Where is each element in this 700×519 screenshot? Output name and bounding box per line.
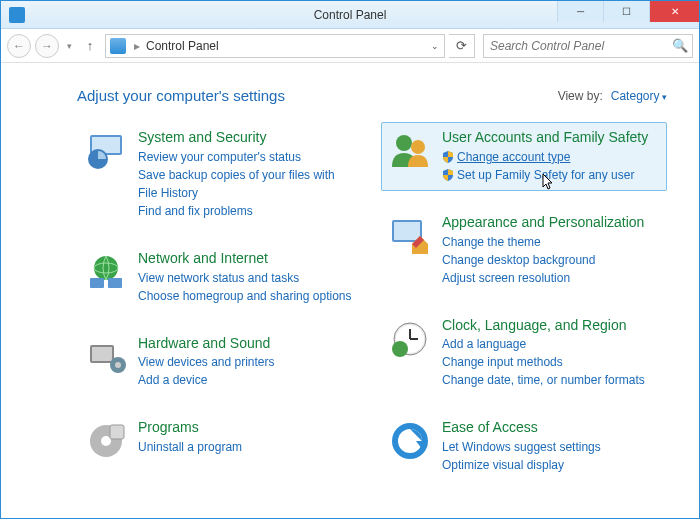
category-system-security: System and Security Review your computer… xyxy=(77,122,363,227)
minimize-button[interactable]: ─ xyxy=(557,1,603,22)
address-dropdown[interactable]: ⌄ xyxy=(426,41,444,51)
clock-language-icon xyxy=(388,317,432,361)
forward-button[interactable]: → xyxy=(35,34,59,58)
refresh-button[interactable]: ⟳ xyxy=(449,34,475,58)
svg-point-22 xyxy=(392,341,408,357)
search-input[interactable] xyxy=(484,38,668,54)
svg-point-10 xyxy=(115,362,121,368)
category-clock-language: Clock, Language, and Region Add a langua… xyxy=(381,310,667,397)
category-link[interactable]: Choose homegroup and sharing options xyxy=(138,287,356,305)
search-icon[interactable]: 🔍 xyxy=(668,38,692,53)
category-appearance: Appearance and Personalization Change th… xyxy=(381,207,667,294)
back-button[interactable]: ← xyxy=(7,34,31,58)
category-link[interactable]: Optimize visual display xyxy=(442,456,660,474)
category-column-left: System and Security Review your computer… xyxy=(77,122,363,481)
svg-rect-13 xyxy=(110,425,124,439)
svg-point-14 xyxy=(396,135,412,151)
category-link[interactable]: Add a language xyxy=(442,335,660,353)
category-link[interactable]: Uninstall a program xyxy=(138,438,356,456)
svg-point-15 xyxy=(411,140,425,154)
breadcrumb-sep: ▸ xyxy=(130,39,144,53)
view-by: View by: Category xyxy=(558,89,667,103)
control-panel-icon xyxy=(110,38,126,54)
category-title[interactable]: Hardware and Sound xyxy=(138,335,356,352)
nav-bar: ← → ▾ ↑ ▸ Control Panel ⌄ ⟳ 🔍 xyxy=(1,29,699,63)
close-button[interactable]: ✕ xyxy=(649,1,699,22)
title-bar: Control Panel ─ ☐ ✕ xyxy=(1,1,699,29)
hardware-sound-icon xyxy=(84,335,128,379)
user-accounts-icon xyxy=(388,129,432,173)
category-title[interactable]: User Accounts and Family Safety xyxy=(442,129,660,146)
category-link[interactable]: Let Windows suggest settings xyxy=(442,438,660,456)
svg-point-3 xyxy=(94,256,118,280)
svg-rect-8 xyxy=(92,347,112,361)
view-by-dropdown[interactable]: Category xyxy=(611,89,667,103)
category-title[interactable]: Clock, Language, and Region xyxy=(442,317,660,334)
category-link[interactable]: Add a device xyxy=(138,371,356,389)
category-link[interactable]: Save backup copies of your files with Fi… xyxy=(138,166,356,202)
category-link[interactable]: Change input methods xyxy=(442,353,660,371)
shield-icon xyxy=(442,169,454,181)
category-user-accounts: User Accounts and Family Safety Change a… xyxy=(381,122,667,191)
window-title: Control Panel xyxy=(314,8,387,22)
category-link-change-account-type[interactable]: Change account type xyxy=(442,148,660,166)
category-link[interactable]: Change date, time, or number formats xyxy=(442,371,660,389)
category-link[interactable]: Find and fix problems xyxy=(138,202,356,220)
category-ease-of-access: Ease of Access Let Windows suggest setti… xyxy=(381,412,667,481)
programs-icon xyxy=(84,419,128,463)
system-security-icon xyxy=(84,129,128,173)
category-hardware-sound: Hardware and Sound View devices and prin… xyxy=(77,328,363,397)
shield-icon xyxy=(442,151,454,163)
history-dropdown[interactable]: ▾ xyxy=(63,41,75,51)
svg-rect-17 xyxy=(394,222,420,240)
category-title[interactable]: Network and Internet xyxy=(138,250,356,267)
svg-rect-5 xyxy=(90,278,104,288)
network-internet-icon xyxy=(84,250,128,294)
category-link[interactable]: View network status and tasks xyxy=(138,269,356,287)
category-title[interactable]: System and Security xyxy=(138,129,356,146)
category-link[interactable]: Change desktop background xyxy=(442,251,660,269)
category-title[interactable]: Programs xyxy=(138,419,356,436)
view-by-label: View by: xyxy=(558,89,603,103)
ease-of-access-icon xyxy=(388,419,432,463)
search-box[interactable]: 🔍 xyxy=(483,34,693,58)
app-icon xyxy=(9,7,25,23)
category-link[interactable]: Change the theme xyxy=(442,233,660,251)
content-area: Adjust your computer's settings View by:… xyxy=(1,63,699,501)
svg-point-12 xyxy=(101,436,111,446)
up-button[interactable]: ↑ xyxy=(79,35,101,57)
address-bar[interactable]: ▸ Control Panel ⌄ xyxy=(105,34,445,58)
category-link-family-safety[interactable]: Set up Family Safety for any user xyxy=(442,166,660,184)
page-title: Adjust your computer's settings xyxy=(77,87,285,104)
category-title[interactable]: Appearance and Personalization xyxy=(442,214,660,231)
category-link[interactable]: Review your computer's status xyxy=(138,148,356,166)
category-title[interactable]: Ease of Access xyxy=(442,419,660,436)
breadcrumb[interactable]: Control Panel xyxy=(144,39,426,53)
category-network-internet: Network and Internet View network status… xyxy=(77,243,363,312)
appearance-icon xyxy=(388,214,432,258)
category-link[interactable]: View devices and printers xyxy=(138,353,356,371)
svg-rect-6 xyxy=(108,278,122,288)
category-link[interactable]: Adjust screen resolution xyxy=(442,269,660,287)
category-programs: Programs Uninstall a program xyxy=(77,412,363,470)
category-column-right: User Accounts and Family Safety Change a… xyxy=(381,122,667,481)
maximize-button[interactable]: ☐ xyxy=(603,1,649,22)
